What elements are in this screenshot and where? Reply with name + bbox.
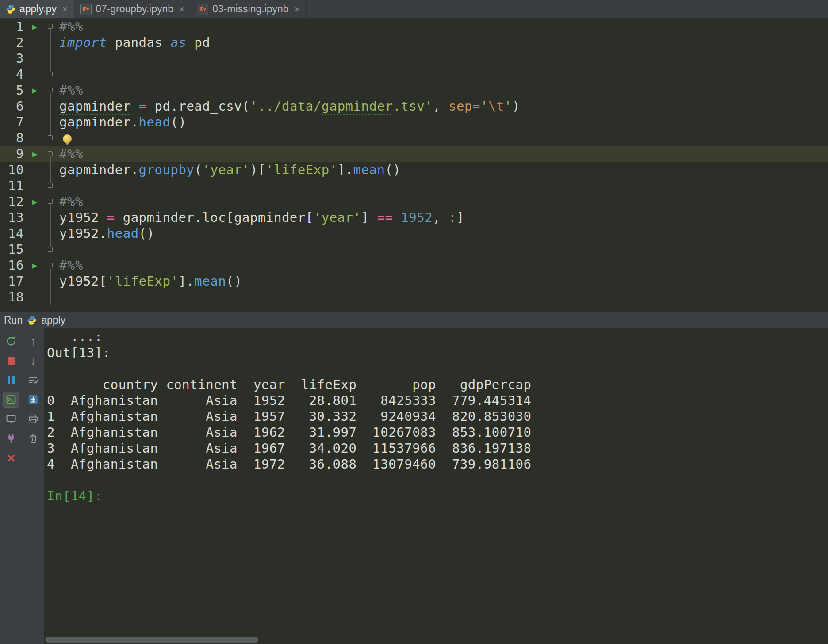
code-text[interactable] xyxy=(56,241,59,257)
editor-line[interactable]: 18 xyxy=(0,289,828,305)
code-text[interactable] xyxy=(56,66,59,82)
editor-line[interactable]: 12▶#%% xyxy=(0,194,828,210)
fold-gutter[interactable] xyxy=(42,50,56,66)
editor-line[interactable]: 17y1952['lifeExp'].mean() xyxy=(0,273,828,289)
scroll-to-end-icon[interactable] xyxy=(25,392,41,408)
editor-line[interactable]: 6gapminder = pd.read_csv('../data/gapmin… xyxy=(0,98,828,114)
print-icon[interactable] xyxy=(25,411,41,427)
fold-marker-icon[interactable] xyxy=(48,135,53,140)
editor-line[interactable]: 9▶#%% xyxy=(0,146,828,162)
fold-gutter[interactable] xyxy=(42,194,56,210)
fold-gutter[interactable] xyxy=(42,82,56,98)
editor-line[interactable]: 8 xyxy=(0,130,828,146)
horizontal-scrollbar-thumb[interactable] xyxy=(45,637,258,643)
fold-gutter[interactable] xyxy=(42,289,56,305)
code-text[interactable]: gapminder.groupby('year')['lifeExp'].mea… xyxy=(56,162,401,178)
line-number: 9 xyxy=(0,146,27,162)
editor-line[interactable]: 5▶#%% xyxy=(0,82,828,98)
run-cell-icon[interactable]: ▶ xyxy=(32,23,38,31)
tab-close-icon[interactable]: × xyxy=(179,4,185,15)
run-cell-icon[interactable]: ▶ xyxy=(32,261,38,270)
attach-plug-icon[interactable] xyxy=(3,431,19,446)
code-text[interactable] xyxy=(56,130,72,146)
fold-marker-icon[interactable] xyxy=(48,199,53,204)
tab-close-icon[interactable]: × xyxy=(294,4,300,15)
fold-gutter[interactable] xyxy=(42,178,56,194)
editor[interactable]: 1▶#%%2import pandas as pd345▶#%%6gapmind… xyxy=(0,19,828,312)
fold-gutter[interactable] xyxy=(42,273,56,289)
editor-tab[interactable]: IPy03-missing.ipynb× xyxy=(191,0,307,18)
code-text[interactable]: #%% xyxy=(56,19,83,34)
fold-gutter[interactable] xyxy=(42,241,56,257)
editor-line[interactable]: 16▶#%% xyxy=(0,257,828,273)
editor-line[interactable]: 3 xyxy=(0,50,828,66)
fold-gutter[interactable] xyxy=(42,257,56,273)
editor-line[interactable]: 4 xyxy=(0,66,828,82)
soft-wrap-icon[interactable] xyxy=(25,372,41,388)
fold-gutter[interactable] xyxy=(42,130,56,146)
code-text[interactable]: #%% xyxy=(56,146,83,162)
fold-gutter[interactable] xyxy=(42,210,56,225)
command-line-icon[interactable] xyxy=(3,411,19,427)
pause-output-icon[interactable] xyxy=(3,372,19,388)
fold-gutter[interactable] xyxy=(42,225,56,241)
code-text[interactable]: gapminder.head() xyxy=(56,114,186,130)
fold-gutter[interactable] xyxy=(42,66,56,82)
rerun-icon[interactable] xyxy=(3,333,19,349)
fold-marker-icon[interactable] xyxy=(48,247,53,252)
run-cell-icon[interactable]: ▶ xyxy=(32,86,38,95)
stop-icon[interactable] xyxy=(3,353,19,369)
editor-line[interactable]: 13y1952 = gapminder.loc[gapminder['year'… xyxy=(0,210,828,225)
code-text[interactable]: y1952 = gapminder.loc[gapminder['year'] … xyxy=(56,210,464,225)
code-text[interactable]: #%% xyxy=(56,82,83,98)
run-cell-gutter[interactable]: ▶ xyxy=(27,146,42,162)
editor-tab[interactable]: apply.py× xyxy=(0,0,74,18)
fold-marker-icon[interactable] xyxy=(48,24,53,29)
fold-gutter[interactable] xyxy=(42,98,56,114)
up-stack-icon[interactable]: ↑ xyxy=(25,333,41,349)
fold-gutter[interactable] xyxy=(42,114,56,130)
python-prompt-icon[interactable] xyxy=(3,392,19,408)
intention-bulb-icon[interactable] xyxy=(63,134,72,143)
run-cell-gutter[interactable]: ▶ xyxy=(27,194,42,210)
fold-marker-icon[interactable] xyxy=(48,88,53,92)
run-cell-icon[interactable]: ▶ xyxy=(32,198,38,206)
code-text[interactable] xyxy=(56,178,59,194)
code-text[interactable]: #%% xyxy=(56,257,83,273)
editor-line[interactable]: 10gapminder.groupby('year')['lifeExp'].m… xyxy=(0,162,828,178)
gutter-run-column xyxy=(27,98,42,114)
fold-gutter[interactable] xyxy=(42,162,56,178)
code-text[interactable]: y1952.head() xyxy=(56,225,155,241)
down-stack-icon[interactable]: ↓ xyxy=(25,353,41,369)
run-cell-icon[interactable]: ▶ xyxy=(32,150,38,158)
console-output[interactable]: ...: Out[13]: country continent year lif… xyxy=(44,328,828,644)
fold-marker-icon[interactable] xyxy=(48,183,53,188)
code-text[interactable] xyxy=(56,289,59,305)
editor-line[interactable]: 1▶#%% xyxy=(0,19,828,34)
code-text[interactable]: import pandas as pd xyxy=(56,34,210,50)
code-text[interactable] xyxy=(56,50,59,66)
close-icon[interactable]: × xyxy=(3,450,19,466)
run-cell-gutter[interactable]: ▶ xyxy=(27,82,42,98)
editor-tab[interactable]: IPy07-groupby.ipynb× xyxy=(74,0,191,18)
editor-line[interactable]: 11 xyxy=(0,178,828,194)
fold-marker-icon[interactable] xyxy=(48,151,53,156)
run-cell-gutter[interactable]: ▶ xyxy=(27,19,42,34)
editor-line[interactable]: 14y1952.head() xyxy=(0,225,828,241)
clear-all-icon[interactable] xyxy=(25,431,41,446)
run-tab-label[interactable]: Run xyxy=(4,314,23,326)
fold-marker-icon[interactable] xyxy=(48,72,53,76)
fold-gutter[interactable] xyxy=(42,34,56,50)
run-cell-gutter[interactable]: ▶ xyxy=(27,257,42,273)
editor-line[interactable]: 2import pandas as pd xyxy=(0,34,828,50)
fold-gutter[interactable] xyxy=(42,146,56,162)
fold-marker-icon[interactable] xyxy=(48,263,53,267)
tab-close-icon[interactable]: × xyxy=(62,4,68,15)
gutter-run-column xyxy=(27,130,42,146)
code-text[interactable]: y1952['lifeExp'].mean() xyxy=(56,273,242,289)
code-text[interactable]: #%% xyxy=(56,194,83,210)
editor-line[interactable]: 15 xyxy=(0,241,828,257)
fold-gutter[interactable] xyxy=(42,19,56,34)
editor-line[interactable]: 7gapminder.head() xyxy=(0,114,828,130)
code-text[interactable]: gapminder = pd.read_csv('../data/gapmind… xyxy=(56,98,520,114)
